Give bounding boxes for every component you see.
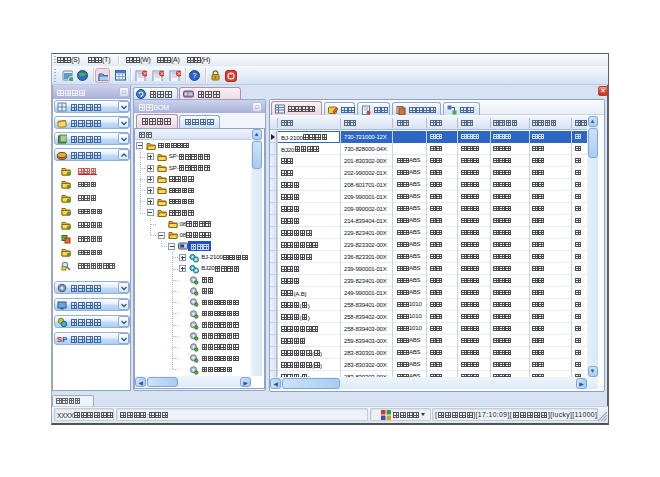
svg-text:?: ? (193, 72, 197, 79)
svg-text:SP: SP (57, 335, 67, 344)
